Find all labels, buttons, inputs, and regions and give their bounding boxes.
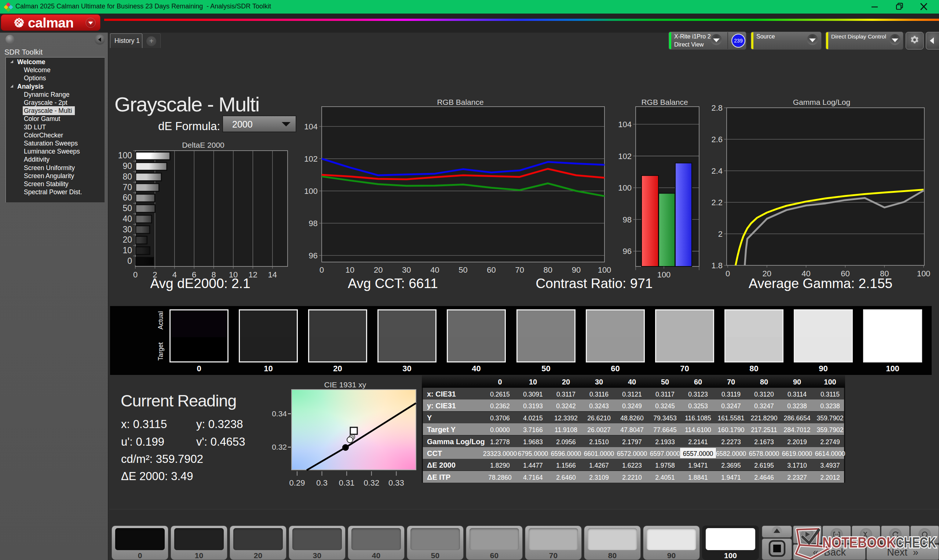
svg-text:0.31: 0.31 — [339, 478, 355, 488]
svg-text:CHECK: CHECK — [896, 534, 936, 551]
svg-text:0.34: 0.34 — [272, 409, 287, 418]
svg-text:0.29: 0.29 — [290, 478, 305, 488]
svg-text:CIE 1931 xy: CIE 1931 xy — [324, 380, 367, 389]
svg-text:0.32: 0.32 — [272, 443, 287, 451]
svg-text:0.32: 0.32 — [364, 478, 379, 488]
svg-text:NOTEBOOK: NOTEBOOK — [822, 534, 896, 551]
svg-text:0.3: 0.3 — [316, 478, 328, 488]
svg-text:0.33: 0.33 — [389, 478, 404, 488]
